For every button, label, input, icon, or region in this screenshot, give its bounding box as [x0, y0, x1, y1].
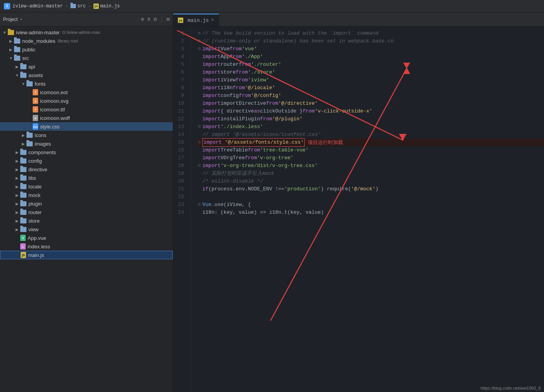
tab-main-js[interactable]: js main.js × [173, 14, 219, 26]
components-label: components [28, 149, 56, 155]
tree-arrow-fonts[interactable] [20, 82, 26, 86]
sidebar-header-left: Project ▾ [3, 17, 22, 22]
code-line-1: ⊟ // The Vue build version to load with … [197, 30, 544, 37]
index-less-label: index.less [28, 244, 50, 250]
collapse-icon[interactable]: ≑ [147, 16, 150, 23]
line7-import: import [202, 76, 221, 84]
tree-arrow-mock[interactable] [14, 193, 20, 197]
line4-app: App [221, 53, 230, 61]
line8-from: from [233, 84, 245, 92]
tree-item-plugin[interactable]: plugin [0, 199, 173, 208]
line15-box: import '@/assets/fonts/style.css' [202, 138, 305, 147]
tree-item-icomoon-eot[interactable]: ? icomoon.eot [0, 88, 173, 97]
tree-arrow-api[interactable] [14, 65, 20, 69]
sidebar-caret[interactable]: ▾ [20, 17, 22, 22]
tree-item-fonts[interactable]: fonts [0, 79, 173, 88]
fold-3[interactable]: ⊟ [197, 47, 202, 51]
tree-item-main-js[interactable]: js main.js [0, 251, 173, 259]
tree-item-libs[interactable]: libs [0, 174, 173, 182]
assets-label: assets [28, 72, 43, 78]
code-line-7: ⊟ import iView from 'iview' [197, 76, 544, 84]
tree-item-node-modules[interactable]: node_modules library root [0, 37, 173, 45]
line9-config: config [221, 92, 239, 100]
tree-item-mock[interactable]: mock [0, 191, 173, 199]
tree-item-router[interactable]: router [0, 208, 173, 216]
tree-arrow-plugin[interactable] [14, 202, 20, 206]
breadcrumb-src[interactable]: src [70, 4, 86, 9]
sidebar-header: Project ▾ ⊕ ≑ ⚙ | ⊞ [0, 12, 173, 26]
tree-arrow-store[interactable] [14, 219, 20, 223]
node-modules-hint: library root [58, 39, 78, 43]
tree-arrow-root[interactable] [2, 30, 8, 35]
breadcrumb-mainjs[interactable]: js main.js [93, 4, 120, 9]
fold-15[interactable]: ⊟ [197, 140, 202, 145]
fold-13[interactable]: ⊟ [197, 125, 202, 129]
tree-arrow-public[interactable] [8, 47, 14, 52]
line17-str: 'v-org-tree' [257, 154, 293, 162]
tree-item-style-css[interactable]: css style.css [0, 122, 173, 131]
tree-arrow-images[interactable] [20, 142, 26, 146]
root-folder-icon [8, 30, 14, 35]
tree-item-icomoon-woff[interactable]: w icomoon.woff [0, 114, 173, 122]
tree-item-icons[interactable]: icons [0, 131, 173, 139]
fold-2[interactable]: ⊟ [197, 39, 202, 44]
tree-arrow-config[interactable] [14, 159, 20, 163]
line10-from: from [266, 100, 278, 107]
line4-from: from [230, 53, 242, 61]
line10-directive: importDirective [221, 100, 266, 107]
tree-item-app-vue[interactable]: V App.vue [0, 234, 173, 242]
ttf-icon: ? [33, 106, 38, 113]
tree-arrow-directive[interactable] [14, 167, 20, 172]
svg-icon: s [33, 98, 38, 104]
fold-23[interactable]: ⊟ [197, 202, 202, 207]
tree-item-api[interactable]: api [0, 62, 173, 71]
tree-arrow-locale[interactable] [14, 185, 20, 189]
tree-arrow-node-modules[interactable] [8, 39, 14, 43]
tree-item-root[interactable]: iview-admin-master G:\iview-admin-mas [0, 28, 173, 37]
fold-1[interactable]: ⊟ [197, 31, 202, 36]
tree-arrow-assets[interactable] [14, 73, 20, 77]
settings-icon[interactable]: ⚙ [154, 16, 157, 23]
style-css-label: style.css [40, 124, 60, 130]
code-content: ⊟ // The Vue build version to load with … [191, 26, 544, 392]
line11-import: import [202, 107, 221, 115]
tree-arrow-libs[interactable] [14, 176, 20, 180]
line20-comment: /* eslint-disable */ [202, 178, 263, 185]
api-label: api [28, 64, 35, 70]
tree-item-images[interactable]: images [0, 139, 173, 148]
fonts-label: fonts [35, 81, 46, 87]
line5-router: router [221, 61, 239, 69]
tree-item-icomoon-ttf[interactable]: ? icomoon.ttf [0, 105, 173, 114]
line12-import: import [202, 115, 221, 123]
tree-arrow-view[interactable] [14, 227, 20, 232]
tree-item-directive[interactable]: directive [0, 165, 173, 174]
line15-annotation: 项目运行时加载 [308, 139, 343, 146]
line10-str: '@/directive' [278, 100, 318, 107]
tree-item-view[interactable]: view [0, 225, 173, 234]
tree-item-config[interactable]: config [0, 156, 173, 165]
tree-arrow-components[interactable] [14, 150, 20, 155]
tree-item-icomoon-svg[interactable]: s icomoon.svg [0, 97, 173, 105]
line15-str: '@/assets/fonts/style.css' [225, 139, 304, 145]
tree-arrow-icons[interactable] [20, 133, 26, 137]
line3-vue: Vue [221, 45, 230, 53]
tree-item-store[interactable]: store [0, 216, 173, 225]
code-line-18: ⊟ import 'v-org-tree/dist/v-org-tree.css… [197, 162, 544, 170]
line6-str: './store' [248, 69, 275, 76]
tree-arrow-src[interactable] [8, 56, 14, 60]
tree-arrow-router[interactable] [14, 210, 20, 214]
line16-tree: TreeTable [221, 146, 248, 154]
tree-item-index-less[interactable]: L index.less [0, 242, 173, 251]
fold-18[interactable]: ⊟ [197, 163, 202, 168]
line11-str: 'v-click-outside-x' [315, 107, 372, 115]
tree-item-src[interactable]: src [0, 54, 173, 62]
tree-item-public[interactable]: public [0, 45, 173, 54]
layout-icon[interactable]: ⊞ [167, 16, 170, 23]
line19-comment: // 实际打包时应该不引入mock [202, 170, 274, 178]
line5-from: from [239, 61, 251, 69]
tree-item-components[interactable]: components [0, 148, 173, 156]
tree-item-locale[interactable]: locale [0, 182, 173, 191]
tab-close-button[interactable]: × [211, 18, 214, 23]
locate-icon[interactable]: ⊕ [141, 16, 144, 23]
tree-item-assets[interactable]: assets [0, 71, 173, 79]
